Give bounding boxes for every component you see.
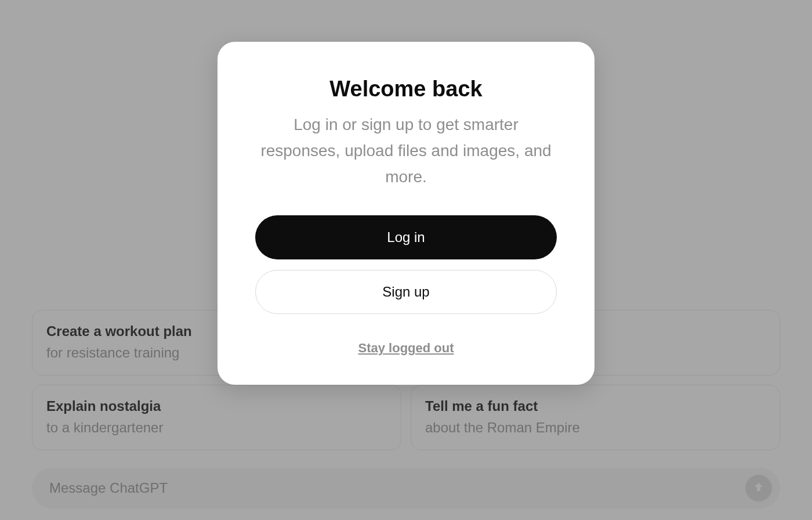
modal-subtitle: Log in or sign up to get smarter respons… xyxy=(252,112,560,190)
signup-button[interactable]: Sign up xyxy=(255,270,557,314)
stay-logged-out-link[interactable]: Stay logged out xyxy=(358,341,454,356)
auth-modal: Welcome back Log in or sign up to get sm… xyxy=(217,42,594,385)
modal-title: Welcome back xyxy=(252,77,560,102)
login-button[interactable]: Log in xyxy=(255,215,557,259)
modal-overlay: Welcome back Log in or sign up to get sm… xyxy=(0,0,812,520)
